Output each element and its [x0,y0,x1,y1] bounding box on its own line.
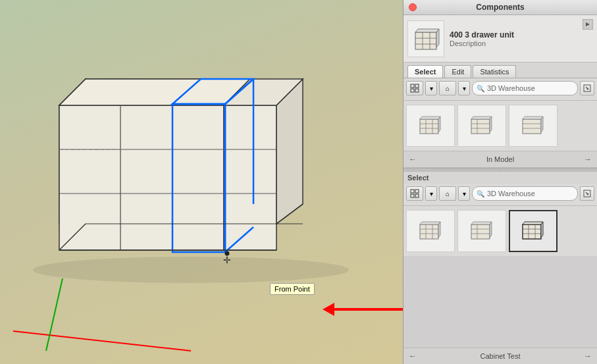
svg-rect-66 [415,194,419,197]
svg-marker-37 [436,29,439,47]
home-dropdown-button[interactable]: ▾ [458,81,470,95]
cabinet-3d-model: ✛ [20,53,362,296]
svg-marker-76 [438,222,440,238]
search-icon-bottom: 🔍 [477,190,484,197]
svg-marker-57 [490,117,492,132]
export-button-top[interactable] [580,81,594,95]
svg-rect-63 [411,190,414,193]
search-icon-top: 🔍 [477,85,484,92]
home-button[interactable]: ⌂ [439,81,456,95]
tab-edit[interactable]: Edit [444,65,471,78]
search-field-top[interactable]: 🔍 3D Warehouse [472,81,578,95]
preview-thumbnail [407,20,444,57]
cabinet-thumb-0 [417,113,444,139]
tooltip-text: From Point [274,285,310,293]
preview-cabinet-icon [411,24,440,53]
svg-text:✛: ✛ [223,255,231,265]
cabinet-thumb-bottom-0 [417,218,444,244]
svg-marker-62 [541,117,543,132]
component-preview-area: 400 3 drawer unit Description [403,15,597,63]
thumb-item-1[interactable] [457,105,506,147]
nav-right-bottom[interactable]: → [581,350,594,363]
svg-rect-38 [411,84,414,88]
svg-rect-64 [415,190,419,193]
component-name: 400 3 drawer unit [450,30,577,39]
svg-marker-36 [415,29,439,32]
svg-rect-70 [420,224,438,239]
preview-info: 400 3 drawer unit Description [450,30,577,47]
expand-button[interactable] [583,19,593,30]
thumb-item-0[interactable] [406,105,455,147]
svg-marker-81 [471,222,492,224]
controls-row-top: ▾ ⌂ ▾ 🔍 3D Warehouse [406,81,594,95]
svg-rect-41 [415,89,419,92]
search-text-bottom: 3D Warehouse [487,190,535,197]
nav-right-top[interactable]: → [581,153,594,166]
tab-select[interactable]: Select [407,65,443,78]
cabinet-thumb-bottom-1 [469,218,495,244]
thumbnail-grid-top [403,101,597,151]
grid-dropdown-button-bottom[interactable]: ▾ [425,186,437,201]
svg-marker-61 [523,117,543,119]
svg-marker-89 [541,222,543,238]
thumbnail-grid-bottom [403,206,597,256]
svg-rect-58 [523,119,541,134]
svg-marker-50 [420,117,440,119]
panel-title: Components [417,3,584,12]
svg-marker-51 [438,117,440,132]
search-field-bottom[interactable]: 🔍 3D Warehouse [472,186,578,201]
svg-point-0 [33,257,349,283]
grid-dropdown-button[interactable]: ▾ [425,81,437,95]
svg-marker-6 [59,79,250,105]
svg-marker-56 [471,117,492,119]
svg-rect-31 [415,32,436,49]
thumb-item-2[interactable] [509,105,558,147]
panel-header: Components [403,0,597,15]
3d-viewport[interactable]: ✛ From Point [0,0,403,364]
components-panel: Components 400 3 drawer unit Description… [403,0,597,364]
close-button[interactable] [409,3,417,11]
in-model-label: In Model [419,155,581,163]
controls-section-top: ▾ ⌂ ▾ 🔍 3D Warehouse [403,78,597,101]
home-button-bottom[interactable]: ⌂ [439,186,456,201]
from-point-tooltip: From Point [270,283,315,295]
cabinet-thumb-1 [469,113,495,139]
thumb-bottom-0[interactable] [406,210,455,252]
grid-view-button[interactable] [406,81,423,95]
nav-row-top: ← In Model → [403,151,597,168]
svg-rect-65 [411,194,414,197]
cabinet-thumb-bottom-2 [520,218,546,244]
svg-marker-82 [490,222,492,238]
home-dropdown-button-bottom[interactable]: ▾ [458,186,470,201]
arrow-line [333,308,403,311]
thumb-bottom-1[interactable] [457,210,506,252]
svg-rect-39 [415,84,419,88]
controls-row-bottom: ▾ ⌂ ▾ 🔍 3D Warehouse [406,186,594,201]
svg-rect-40 [411,89,414,92]
nav-row-bottom: ← Cabinet Test → [403,348,597,364]
svg-line-29 [13,331,191,351]
tabs-row: Select Edit Statistics [403,63,597,78]
select-section-label: Select [403,172,597,184]
svg-marker-4 [224,105,276,250]
export-button-bottom[interactable] [580,186,594,201]
cabinet-test-label: Cabinet Test [419,352,581,360]
component-description: Description [450,39,577,47]
svg-marker-3 [59,105,224,250]
nav-left-bottom[interactable]: ← [406,350,419,363]
svg-marker-75 [420,222,440,224]
svg-rect-83 [523,224,541,239]
red-arrow [323,303,403,316]
cabinet-thumb-2 [520,113,546,139]
svg-rect-52 [471,119,490,134]
search-text-top: 3D Warehouse [487,84,535,92]
tab-statistics[interactable]: Statistics [473,65,516,78]
controls-section-bottom: ▾ ⌂ ▾ 🔍 3D Warehouse [403,184,597,206]
nav-left-top[interactable]: ← [406,153,419,166]
grid-view-button-bottom[interactable] [406,186,423,201]
svg-rect-77 [471,224,490,239]
svg-rect-45 [420,119,438,134]
thumb-bottom-2[interactable] [509,210,558,252]
svg-marker-88 [523,222,543,224]
